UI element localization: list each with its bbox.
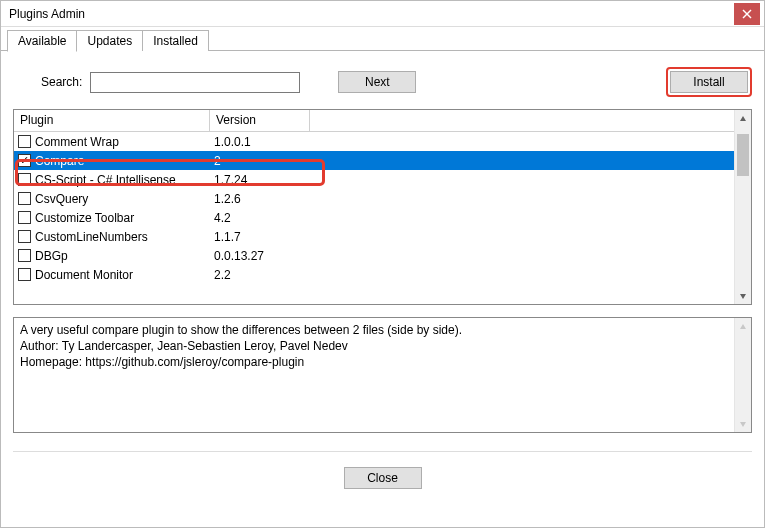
install-highlight: Install	[666, 67, 752, 97]
plugins-admin-window: Plugins Admin Available Updates Installe…	[0, 0, 765, 528]
install-button[interactable]: Install	[670, 71, 748, 93]
titlebar: Plugins Admin	[1, 1, 764, 27]
plugin-checkbox[interactable]	[18, 249, 31, 262]
plugin-checkbox[interactable]	[18, 268, 31, 281]
plugin-checkbox[interactable]	[18, 173, 31, 186]
table-row[interactable]: Compare2	[14, 151, 734, 170]
list-header: Plugin Version	[14, 110, 734, 132]
plugin-version: 2.2	[210, 268, 310, 282]
window-title: Plugins Admin	[9, 7, 85, 21]
plugin-version: 0.0.13.27	[210, 249, 310, 263]
table-row[interactable]: Document Monitor2.2	[14, 265, 734, 284]
search-label: Search:	[13, 75, 84, 89]
tab-available[interactable]: Available	[7, 30, 77, 52]
desc-scroll-down-icon	[735, 415, 751, 432]
column-header-version[interactable]: Version	[210, 110, 310, 132]
plugin-list[interactable]: Plugin Version Comment Wrap1.0.0.1Compar…	[13, 109, 752, 305]
table-row[interactable]: Customize Toolbar4.2	[14, 208, 734, 227]
plugin-version: 1.2.6	[210, 192, 310, 206]
table-row[interactable]: DBGp0.0.13.27	[14, 246, 734, 265]
scroll-down-icon[interactable]	[735, 287, 751, 304]
plugin-checkbox[interactable]	[18, 230, 31, 243]
column-header-spacer	[310, 110, 734, 132]
plugin-version: 1.1.7	[210, 230, 310, 244]
plugin-version: 4.2	[210, 211, 310, 225]
plugin-name: Compare	[35, 154, 84, 168]
desc-scroll-up-icon	[735, 318, 751, 335]
search-input[interactable]	[90, 72, 300, 93]
plugin-checkbox[interactable]	[18, 135, 31, 148]
svg-marker-4	[740, 324, 746, 329]
tab-updates[interactable]: Updates	[76, 30, 143, 51]
plugin-name: Comment Wrap	[35, 135, 119, 149]
plugin-name: CustomLineNumbers	[35, 230, 148, 244]
bottom-bar: Close	[13, 452, 752, 504]
close-icon	[742, 9, 752, 19]
plugin-checkbox[interactable]	[18, 192, 31, 205]
plugin-name: Document Monitor	[35, 268, 133, 282]
plugin-name: CS-Script - C# Intellisense	[35, 173, 176, 187]
plugin-version: 1.7.24	[210, 173, 310, 187]
plugin-version: 1.0.0.1	[210, 135, 310, 149]
next-button[interactable]: Next	[338, 71, 416, 93]
svg-marker-2	[740, 116, 746, 121]
content-area: Search: Next Install Plugin Version Comm…	[1, 51, 764, 527]
plugin-name: DBGp	[35, 249, 68, 263]
plugin-checkbox[interactable]	[18, 154, 31, 167]
close-window-button[interactable]	[734, 3, 760, 25]
table-row[interactable]: Comment Wrap1.0.0.1	[14, 132, 734, 151]
description-scrollbar[interactable]	[734, 318, 751, 432]
plugin-name: CsvQuery	[35, 192, 88, 206]
description-text: A very useful compare plugin to show the…	[14, 318, 734, 432]
column-header-plugin[interactable]: Plugin	[14, 110, 210, 132]
table-row[interactable]: CsvQuery1.2.6	[14, 189, 734, 208]
svg-marker-3	[740, 294, 746, 299]
description-box: A very useful compare plugin to show the…	[13, 317, 752, 433]
toolbar-row: Search: Next Install	[13, 67, 752, 97]
table-row[interactable]: CS-Script - C# Intellisense1.7.24	[14, 170, 734, 189]
table-row[interactable]: CustomLineNumbers1.1.7	[14, 227, 734, 246]
svg-marker-5	[740, 422, 746, 427]
plugin-checkbox[interactable]	[18, 211, 31, 224]
scroll-thumb[interactable]	[737, 134, 749, 176]
close-button[interactable]: Close	[344, 467, 422, 489]
tab-installed[interactable]: Installed	[142, 30, 209, 51]
scroll-up-icon[interactable]	[735, 110, 751, 127]
plugin-version: 2	[210, 154, 310, 168]
tab-strip: Available Updates Installed	[1, 27, 764, 51]
plugin-name: Customize Toolbar	[35, 211, 134, 225]
list-scrollbar[interactable]	[734, 110, 751, 304]
